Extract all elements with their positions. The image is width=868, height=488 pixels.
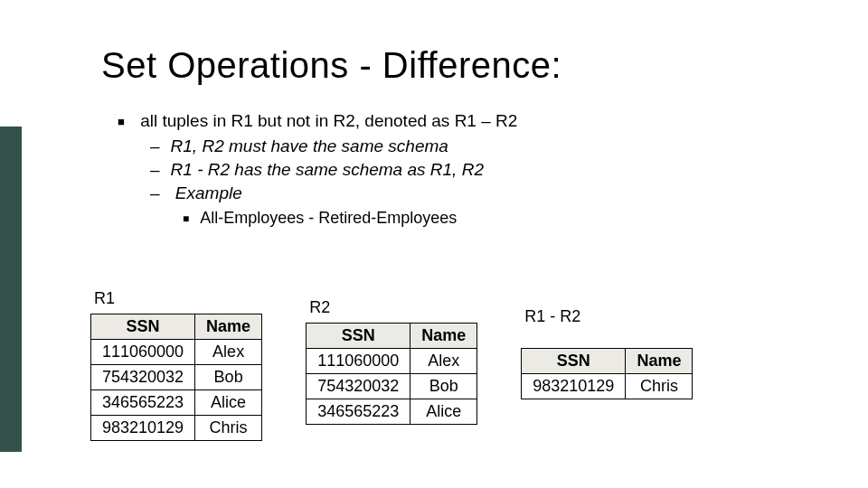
sub-bullet-2: R1 - R2 has the same schema as R1, R2	[150, 160, 814, 180]
slide-title: Set Operations - Difference:	[101, 45, 814, 86]
table-diff-wrap: R1 - R2 SSN Name 983210129 Chris	[521, 307, 693, 399]
sub-bullet-1: R1, R2 must have the same schema	[150, 136, 814, 156]
table-cell: Chris	[195, 416, 262, 441]
table-cell: Chris	[626, 374, 693, 399]
table-header: Name	[410, 324, 477, 349]
sub-bullet-list: R1, R2 must have the same schema R1 - R2…	[150, 136, 814, 228]
table-cell: 754320032	[91, 365, 195, 390]
table-diff: SSN Name 983210129 Chris	[521, 348, 693, 399]
accent-bar	[0, 127, 22, 452]
table-row: 754320032 Bob	[307, 374, 477, 399]
table-row: 983210129 Chris	[522, 374, 693, 399]
table-cell: 983210129	[522, 374, 626, 399]
table-row: 111060000 Alex	[91, 340, 262, 365]
bullet-main-text: all tuples in R1 but not in R2, denoted …	[140, 111, 517, 130]
tables-area: R1 SSN Name 111060000 Alex 754320032 Bob…	[90, 289, 832, 441]
table-header: SSN	[91, 314, 195, 340]
subsub-bullet-list: All-Employees - Retired-Employees	[183, 209, 814, 228]
table-header: SSN	[307, 324, 410, 349]
table-cell: Alex	[195, 340, 262, 365]
bullet-list: all tuples in R1 but not in R2, denoted …	[118, 111, 814, 228]
table-r2: SSN Name 111060000 Alex 754320032 Bob 34…	[306, 323, 477, 425]
table-r2-wrap: R2 SSN Name 111060000 Alex 754320032 Bob…	[306, 298, 477, 425]
table-header: SSN	[522, 349, 626, 374]
table-cell: 111060000	[307, 349, 410, 374]
table-cell: Bob	[195, 365, 262, 390]
bullet-main: all tuples in R1 but not in R2, denoted …	[118, 111, 814, 228]
table-diff-label: R1 - R2	[524, 307, 693, 326]
table-cell: Bob	[410, 374, 477, 399]
sub-bullet-3-text: Example	[175, 183, 242, 202]
table-cell: 346565223	[91, 390, 195, 416]
table-row: 346565223 Alice	[91, 390, 262, 416]
table-row: SSN Name	[307, 324, 477, 349]
table-row: SSN Name	[522, 349, 693, 374]
table-header: Name	[626, 349, 693, 374]
table-row: 346565223 Alice	[307, 399, 477, 425]
table-row: SSN Name	[91, 314, 262, 340]
table-r2-label: R2	[309, 298, 477, 317]
table-cell: 754320032	[307, 374, 410, 399]
slide: Set Operations - Difference: all tuples …	[0, 0, 868, 488]
table-cell: 111060000	[91, 340, 195, 365]
table-cell: 983210129	[91, 416, 195, 441]
table-r1: SSN Name 111060000 Alex 754320032 Bob 34…	[90, 314, 262, 441]
table-r1-wrap: R1 SSN Name 111060000 Alex 754320032 Bob…	[90, 289, 262, 441]
table-cell: Alice	[195, 390, 262, 416]
table-row: 983210129 Chris	[91, 416, 262, 441]
table-cell: 346565223	[307, 399, 410, 425]
table-r1-label: R1	[94, 289, 262, 308]
table-cell: Alex	[410, 349, 477, 374]
table-row: 111060000 Alex	[307, 349, 477, 374]
subsub-bullet-1: All-Employees - Retired-Employees	[183, 209, 814, 228]
table-cell: Alice	[410, 399, 477, 425]
table-row: 754320032 Bob	[91, 365, 262, 390]
table-header: Name	[195, 314, 262, 340]
sub-bullet-3: Example All-Employees - Retired-Employee…	[150, 183, 814, 228]
